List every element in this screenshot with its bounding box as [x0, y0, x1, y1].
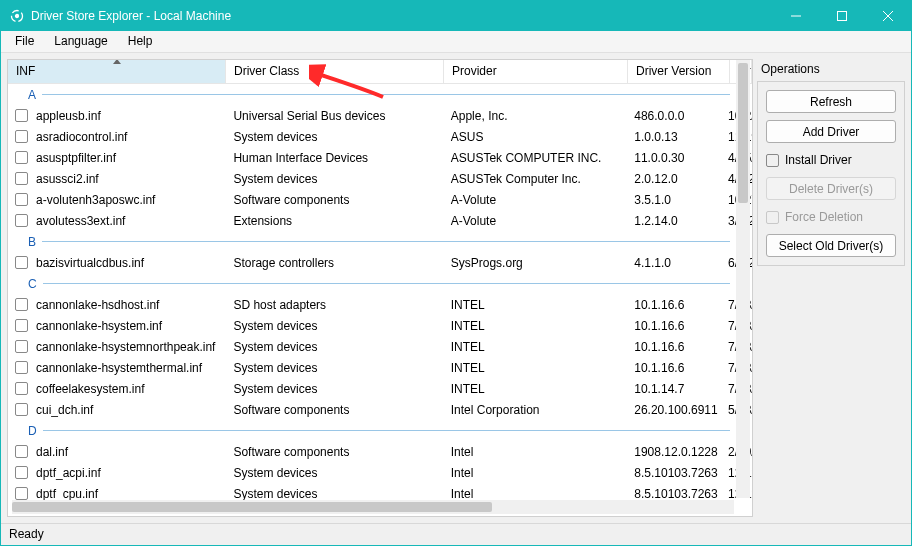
- group-header[interactable]: A: [8, 84, 752, 105]
- cell-driver-class: System devices: [225, 361, 442, 375]
- app-icon: [9, 8, 25, 24]
- row-checkbox[interactable]: [15, 403, 28, 416]
- table-row[interactable]: cannonlake-hsystemnorthpeak.infSystem de…: [8, 336, 752, 357]
- button-label: Refresh: [810, 95, 852, 109]
- install-driver-checkbox[interactable]: Install Driver: [766, 150, 896, 170]
- row-checkbox[interactable]: [15, 193, 28, 206]
- cell-driver-class: Software components: [225, 193, 442, 207]
- cell-version: 2.0.12.0: [626, 172, 728, 186]
- cell-version: 10.1.16.6: [626, 319, 728, 333]
- cell-inf: dal.inf: [36, 445, 68, 459]
- row-checkbox[interactable]: [15, 445, 28, 458]
- row-checkbox[interactable]: [15, 172, 28, 185]
- vertical-scrollbar[interactable]: [736, 60, 750, 498]
- cell-provider: Intel: [443, 487, 627, 501]
- table-row[interactable]: asusptpfilter.infHuman Interface Devices…: [8, 147, 752, 168]
- column-header-driver-class[interactable]: Driver Class: [226, 60, 444, 83]
- cell-driver-class: System devices: [225, 172, 442, 186]
- column-header-version[interactable]: Driver Version: [628, 60, 730, 83]
- row-checkbox[interactable]: [15, 151, 28, 164]
- force-deletion-checkbox: Force Deletion: [766, 207, 896, 227]
- content-area: INF Driver Class Provider Driver Version…: [1, 53, 911, 523]
- driver-grid: INF Driver Class Provider Driver Version…: [7, 59, 753, 517]
- refresh-button[interactable]: Refresh: [766, 90, 896, 113]
- group-divider: [43, 430, 730, 431]
- cell-provider: INTEL: [443, 382, 627, 396]
- add-driver-button[interactable]: Add Driver: [766, 120, 896, 143]
- status-bar: Ready: [1, 523, 911, 545]
- cell-inf: asussci2.inf: [36, 172, 99, 186]
- group-divider: [43, 283, 730, 284]
- table-row[interactable]: appleusb.infUniversal Serial Bus devices…: [8, 105, 752, 126]
- table-row[interactable]: asussci2.infSystem devicesASUSTek Comput…: [8, 168, 752, 189]
- row-checkbox[interactable]: [15, 256, 28, 269]
- cell-driver-class: System devices: [225, 319, 442, 333]
- operations-panel: Operations Refresh Add Driver Install Dr…: [757, 59, 905, 517]
- group-label: C: [28, 277, 43, 291]
- table-row[interactable]: bazisvirtualcdbus.infStorage controllers…: [8, 252, 752, 273]
- cell-provider: A-Volute: [443, 193, 627, 207]
- menu-help[interactable]: Help: [118, 31, 163, 52]
- table-row[interactable]: cannonlake-hsdhost.infSD host adaptersIN…: [8, 294, 752, 315]
- close-button[interactable]: [865, 1, 911, 31]
- cell-version: 26.20.100.6911: [626, 403, 728, 417]
- cell-inf: dptf_cpu.inf: [36, 487, 98, 501]
- row-checkbox[interactable]: [15, 487, 28, 500]
- cell-version: 486.0.0.0: [626, 109, 728, 123]
- menu-language[interactable]: Language: [44, 31, 117, 52]
- cell-inf: cannonlake-hsystemnorthpeak.inf: [36, 340, 215, 354]
- group-header[interactable]: D: [8, 420, 752, 441]
- table-row[interactable]: cannonlake-hsystemthermal.infSystem devi…: [8, 357, 752, 378]
- cell-inf: a-volutenh3aposwc.inf: [36, 193, 155, 207]
- cell-inf: avolutess3ext.inf: [36, 214, 125, 228]
- checkbox-icon: [766, 211, 779, 224]
- scrollbar-thumb[interactable]: [12, 502, 492, 512]
- table-row[interactable]: dptf_acpi.infSystem devicesIntel8.5.1010…: [8, 462, 752, 483]
- column-headers: INF Driver Class Provider Driver Version…: [8, 60, 752, 84]
- cell-provider: Apple, Inc.: [443, 109, 627, 123]
- select-old-drivers-button[interactable]: Select Old Driver(s): [766, 234, 896, 257]
- row-checkbox[interactable]: [15, 298, 28, 311]
- cell-driver-class: System devices: [225, 466, 442, 480]
- row-checkbox[interactable]: [15, 130, 28, 143]
- table-row[interactable]: coffeelakesystem.infSystem devicesINTEL1…: [8, 378, 752, 399]
- sort-ascending-icon: [113, 60, 121, 64]
- table-row[interactable]: a-volutenh3aposwc.infSoftware components…: [8, 189, 752, 210]
- button-label: Delete Driver(s): [789, 182, 873, 196]
- status-text: Ready: [9, 527, 44, 541]
- scrollbar-thumb[interactable]: [738, 63, 748, 203]
- row-checkbox[interactable]: [15, 340, 28, 353]
- group-header[interactable]: C: [8, 273, 752, 294]
- row-checkbox[interactable]: [15, 361, 28, 374]
- group-label: D: [28, 424, 43, 438]
- row-checkbox[interactable]: [15, 109, 28, 122]
- cell-version: 10.1.14.7: [626, 382, 728, 396]
- row-checkbox[interactable]: [15, 382, 28, 395]
- table-row[interactable]: asradiocontrol.infSystem devicesASUS1.0.…: [8, 126, 752, 147]
- cell-version: 1908.12.0.1228: [626, 445, 728, 459]
- column-header-provider[interactable]: Provider: [444, 60, 628, 83]
- cell-inf: asradiocontrol.inf: [36, 130, 127, 144]
- row-checkbox[interactable]: [15, 214, 28, 227]
- table-row[interactable]: cannonlake-hsystem.infSystem devicesINTE…: [8, 315, 752, 336]
- cell-driver-class: System devices: [225, 487, 442, 501]
- group-header[interactable]: B: [8, 231, 752, 252]
- cell-driver-class: System devices: [225, 340, 442, 354]
- table-row[interactable]: avolutess3ext.infExtensionsA-Volute1.2.1…: [8, 210, 752, 231]
- row-checkbox[interactable]: [15, 319, 28, 332]
- cell-version: 3.5.1.0: [626, 193, 728, 207]
- table-row[interactable]: cui_dch.infSoftware componentsIntel Corp…: [8, 399, 752, 420]
- checkbox-icon: [766, 154, 779, 167]
- cell-inf: asusptpfilter.inf: [36, 151, 116, 165]
- cell-provider: INTEL: [443, 340, 627, 354]
- table-row[interactable]: dal.infSoftware componentsIntel1908.12.0…: [8, 441, 752, 462]
- menu-file[interactable]: File: [5, 31, 44, 52]
- checkbox-label: Force Deletion: [785, 210, 863, 224]
- row-checkbox[interactable]: [15, 466, 28, 479]
- maximize-button[interactable]: [819, 1, 865, 31]
- column-header-label: Provider: [452, 64, 497, 78]
- minimize-button[interactable]: [773, 1, 819, 31]
- horizontal-scrollbar[interactable]: [12, 500, 734, 514]
- group-label: B: [28, 235, 42, 249]
- column-header-inf[interactable]: INF: [8, 60, 226, 83]
